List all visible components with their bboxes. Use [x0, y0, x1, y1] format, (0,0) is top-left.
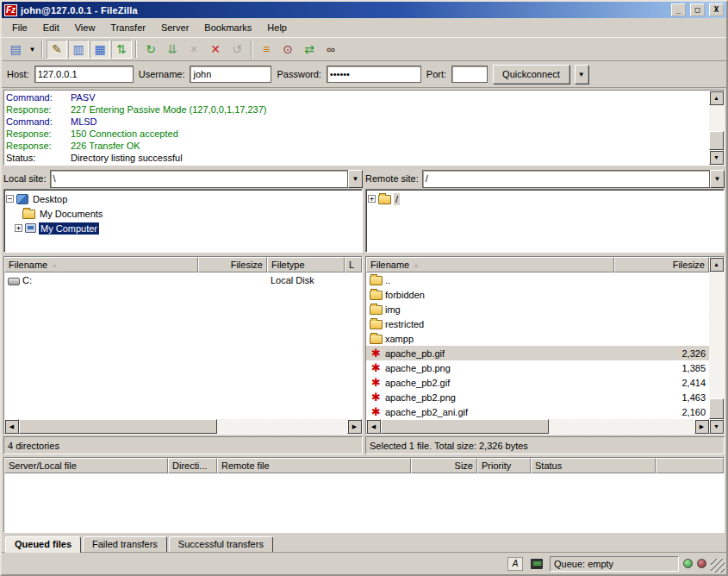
local-file-list-pane: Filename ▲ Filesize Filetype L — [3, 256, 363, 454]
menu-transfer[interactable]: Transfer — [103, 20, 152, 35]
minimize-button[interactable]: _ — [671, 3, 686, 16]
column-header-size[interactable]: Size — [411, 458, 477, 473]
table-row[interactable]: ✱apache_pb2.gif 2,414 — [366, 375, 709, 390]
column-header-direction[interactable]: Directi... — [168, 458, 217, 473]
column-header-last-modified[interactable]: L — [345, 257, 362, 272]
resize-grip[interactable] — [711, 559, 725, 573]
queue-empty-area — [4, 473, 724, 532]
quickconnect-button[interactable]: Quickconnect — [493, 65, 569, 84]
scrollbar-thumb[interactable] — [381, 419, 549, 434]
toggle-local-tree-icon[interactable]: ▥ — [68, 40, 89, 59]
remote-tree-pane: Remote site: / ▼ + / — [365, 168, 725, 253]
scroll-down-icon[interactable]: ▼ — [709, 150, 724, 165]
menu-edit[interactable]: Edit — [36, 20, 66, 35]
table-row-selected[interactable]: ✱apache_pb.gif 2,326 — [366, 346, 709, 360]
site-manager-icon[interactable]: ▤ — [5, 40, 26, 59]
password-input[interactable] — [327, 66, 421, 83]
quickconnect-dropdown-icon[interactable]: ▼ — [575, 65, 588, 84]
menu-help[interactable]: Help — [260, 20, 294, 35]
remote-site-path[interactable]: / — [422, 170, 710, 188]
toggle-remote-tree-icon[interactable]: ▦ — [90, 40, 110, 59]
speed-limits-icon[interactable]: 888 — [528, 556, 545, 572]
port-input[interactable] — [451, 66, 488, 83]
menu-file[interactable]: File — [5, 20, 34, 35]
table-row[interactable]: xampp — [366, 331, 709, 346]
table-row[interactable]: C: Local Disk — [4, 272, 362, 287]
sync-browse-icon[interactable]: ⇄ — [299, 40, 320, 59]
tab-queued-files[interactable]: Queued files — [5, 536, 81, 553]
tab-failed-transfers[interactable]: Failed transfers — [83, 536, 167, 552]
scroll-left-icon[interactable]: ◀ — [4, 419, 19, 434]
table-row[interactable]: .. — [366, 272, 709, 287]
find-icon[interactable]: ∞ — [320, 40, 341, 59]
column-header-priority[interactable]: Priority — [477, 458, 531, 473]
toggle-message-log-icon[interactable]: ✎ — [47, 40, 67, 59]
image-file-icon: ✱ — [370, 377, 383, 388]
host-input[interactable] — [34, 66, 134, 83]
compare-icon[interactable]: ⊙ — [277, 40, 298, 59]
message-log-panel: Command:PASV Response:227 Entering Passi… — [3, 90, 725, 166]
table-row[interactable]: img — [366, 302, 709, 316]
table-row[interactable]: ✱apache_pb.png 1,385 — [366, 360, 709, 375]
menu-server[interactable]: Server — [154, 20, 196, 35]
local-site-combo[interactable]: \ ▼ — [50, 170, 363, 188]
column-header-status[interactable]: Status — [531, 458, 656, 473]
local-horizontal-scrollbar[interactable]: ◀ ▶ — [4, 419, 362, 434]
collapse-icon[interactable]: − — [6, 195, 14, 203]
close-button[interactable]: X — [709, 3, 724, 16]
expand-icon[interactable]: + — [15, 224, 22, 232]
scroll-up-icon[interactable]: ▲ — [709, 257, 724, 272]
column-header-filename[interactable]: Filename ▲ — [4, 257, 198, 272]
expand-icon[interactable]: + — [368, 195, 376, 203]
table-row[interactable]: ✱apache_pb2_ani.gif 2,160 — [366, 404, 709, 419]
column-header-filetype[interactable]: Filetype — [267, 257, 345, 272]
chevron-down-icon[interactable]: ▼ — [710, 170, 725, 188]
tab-successful-transfers[interactable]: Successful transfers — [169, 536, 273, 552]
scroll-right-icon[interactable]: ▶ — [347, 419, 362, 434]
local-status-text: 4 directories — [3, 436, 363, 454]
column-header-filename[interactable]: Filename ▲ — [366, 257, 614, 272]
table-row[interactable]: ✱apache_pb2.png 1,463 — [366, 390, 709, 404]
remote-status-text: Selected 1 file. Total size: 2,326 bytes — [365, 436, 725, 454]
remote-site-combo[interactable]: / ▼ — [422, 170, 725, 188]
directory-comparison-icon[interactable]: A — [507, 556, 524, 572]
disconnect-icon[interactable]: ✕ — [205, 40, 226, 59]
remote-vertical-scrollbar[interactable]: ▲ ▼ — [709, 257, 724, 434]
folder-icon — [22, 210, 35, 219]
refresh-icon[interactable]: ↻ — [140, 40, 161, 59]
sort-ascending-icon: ▲ — [51, 261, 58, 269]
filter-icon[interactable]: ≡ — [256, 40, 277, 59]
log-line: Response:227 Entering Passive Mode (127,… — [6, 103, 707, 116]
scrollbar-thumb[interactable] — [19, 419, 217, 434]
tree-item-root[interactable]: + / — [368, 191, 722, 206]
scrollbar-thumb[interactable] — [709, 131, 724, 150]
maximize-button[interactable]: □ — [690, 3, 705, 16]
remote-horizontal-scrollbar[interactable]: ◀ ▶ — [366, 419, 709, 434]
toggle-queue-icon[interactable]: ⇅ — [111, 40, 132, 59]
local-site-path[interactable]: \ — [50, 170, 348, 188]
scroll-down-icon[interactable]: ▼ — [709, 419, 724, 434]
scrollbar-thumb[interactable] — [709, 398, 724, 419]
username-input[interactable] — [190, 66, 271, 83]
process-queue-icon[interactable]: ⇊ — [162, 40, 183, 59]
chevron-down-icon[interactable]: ▼ — [348, 170, 363, 188]
log-vertical-scrollbar[interactable]: ▲ ▼ — [709, 91, 724, 165]
column-header-filesize[interactable]: Filesize — [198, 257, 267, 272]
scroll-right-icon[interactable]: ▶ — [694, 419, 709, 434]
tree-item-my-documents[interactable]: My Documents — [6, 206, 360, 221]
reconnect-icon[interactable]: ↺ — [227, 40, 247, 59]
table-row[interactable]: forbidden — [366, 287, 709, 302]
tree-item-my-computer[interactable]: + My Computer — [6, 221, 360, 235]
menu-bookmarks[interactable]: Bookmarks — [197, 20, 258, 35]
column-header-remote-file[interactable]: Remote file — [217, 458, 411, 473]
site-manager-dropdown-icon[interactable]: ▼ — [27, 40, 38, 59]
scroll-left-icon[interactable]: ◀ — [366, 419, 381, 434]
tree-item-desktop[interactable]: − Desktop — [6, 191, 360, 206]
column-header-server-local-file[interactable]: Server/Local file — [4, 458, 168, 473]
column-header-filesize[interactable]: Filesize — [614, 257, 709, 272]
scroll-up-icon[interactable]: ▲ — [709, 91, 724, 105]
cancel-icon[interactable]: × — [184, 40, 204, 59]
folder-icon — [370, 305, 383, 315]
menu-view[interactable]: View — [68, 20, 103, 35]
table-row[interactable]: restricted — [366, 316, 709, 331]
